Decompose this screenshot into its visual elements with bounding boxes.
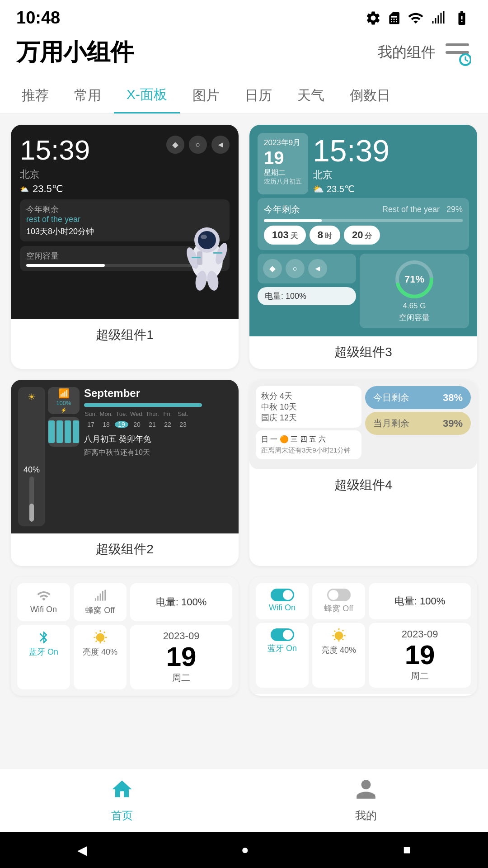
w3-batt-section: 电量: 100% (258, 287, 356, 305)
w3-counters: 103天 8时 20分 (264, 226, 463, 245)
w2-brightness-col: ☀ 40% (18, 387, 45, 526)
tab-recommend[interactable]: 推荐 (9, 78, 61, 113)
w5-cell-card: 蜂窝 Off (74, 583, 127, 621)
w6-cell-label: 蜂窝 Off (324, 603, 353, 614)
w2-left: ☀ 40% 📶 100% ⚡ (18, 387, 80, 526)
w2-preview: ☀ 40% 📶 100% ⚡ (11, 380, 239, 533)
w4-remain1: 秋分 4天 (261, 391, 356, 401)
w3-day: 19 (264, 148, 302, 168)
tab-weather[interactable]: 天气 (285, 78, 337, 113)
w1-weather-icon: ⛅ (20, 185, 29, 193)
w3-year: 2023年9月 (264, 137, 302, 148)
w6-cell-switch[interactable] (327, 589, 351, 601)
w2-label: 超级组件2 (11, 533, 239, 566)
w3-weather: ⛅ 23.5℃ (313, 184, 469, 194)
w2-h-wed: Wed. (130, 410, 144, 417)
battery-icon (452, 10, 472, 26)
w6-bt-switch[interactable] (271, 628, 294, 641)
w6-battery-card: 电量: 100% (369, 583, 471, 619)
w4-label: 超级组件4 (249, 469, 477, 502)
w5-bt-card: 蓝牙 On (17, 625, 70, 689)
w1-signal-icon: ◄ (211, 136, 230, 154)
w6-wifi-switch[interactable] (271, 589, 294, 601)
w3-remain-fill (264, 219, 322, 222)
w3-time-city: 15:39 北京 ⛅ 23.5℃ (313, 133, 469, 194)
w2-days-row: 17 18 19 20 21 22 23 (84, 421, 231, 428)
w1-progress-fill (26, 264, 105, 267)
w6-cell-knob (328, 590, 338, 600)
app-title: 万用小组件 (16, 37, 134, 68)
w1-temp: 23.5℃ (33, 183, 63, 195)
w3-storage-label: 空闲容量 (399, 312, 430, 323)
w5-preview: Wifi On 蜂窝 Off 电量: 100% 蓝牙 On (11, 577, 239, 696)
w4-month-pct: 39% (443, 418, 463, 429)
w6-bt-label: 蓝牙 On (267, 643, 297, 654)
home-button[interactable]: ● (241, 843, 249, 857)
w2-d-19: 19 (115, 421, 128, 428)
w6-preview: Wifi On 蜂窝 Off 电量: 100% (249, 577, 477, 694)
tab-common[interactable]: 常用 (61, 78, 114, 113)
w3-sig-icon: ◄ (308, 259, 327, 278)
nav-mine[interactable]: 我的 (354, 778, 378, 823)
w5-bt-icon (37, 630, 51, 645)
w3-wifi-icon: ○ (286, 259, 305, 278)
widget-card-5[interactable]: Wifi On 蜂窝 Off 电量: 100% 蓝牙 On (11, 577, 239, 696)
w2-right: September Sun. Mon. Tue. Wed. Thur. Fri.… (84, 387, 231, 526)
w3-label: 超级组件3 (249, 336, 477, 369)
nav-home[interactable]: 首页 (110, 778, 134, 823)
wifi-icon (407, 10, 425, 26)
w4-cal-header: 日 一 🟠 三 四 五 六 (261, 435, 356, 444)
w2-lunar: 八月初五 癸卯年兔 (84, 434, 231, 444)
w5-date-card: 2023-09 19 周二 (130, 625, 232, 689)
w2-d-20: 20 (130, 421, 144, 428)
w1-storage-label: 空闲容量 (26, 250, 59, 261)
w2-wifi-icon: 📶 (58, 388, 70, 399)
w6-cell-card: 蜂窝 Off (312, 583, 365, 619)
w3-storage-val: 4.65 G (403, 302, 426, 311)
content-area: ◆ ○ ◄ 15:39 北京 ⛅ 23.5℃ 今年剩余 rest of the … (0, 114, 488, 788)
w3-remain-bar (264, 219, 463, 222)
w2-bright-fill (29, 504, 34, 522)
tab-countdown[interactable]: 倒数日 (337, 78, 403, 113)
widget-card-6[interactable]: Wifi On 蜂窝 Off 电量: 100% (249, 577, 477, 696)
my-widgets-label[interactable]: 我的组件 (378, 42, 436, 62)
w5-date-num: 19 (136, 642, 227, 672)
widget-card-1[interactable]: ◆ ○ ◄ 15:39 北京 ⛅ 23.5℃ 今年剩余 rest of the … (11, 125, 239, 369)
status-icons (365, 10, 472, 26)
w4-month-label: 当月剩余 (373, 417, 409, 429)
recents-button[interactable]: ■ (403, 843, 411, 857)
w1-city: 北京 (20, 168, 230, 181)
w4-month-pill: 当月剩余 39% (365, 412, 471, 435)
w2-bright-bar (29, 476, 34, 522)
w3-left-bottom: ◆ ○ ◄ 电量: 100% (258, 254, 356, 328)
w2-toggle-row (48, 420, 79, 443)
tab-xpanel[interactable]: X-面板 (114, 77, 180, 113)
w6-wifi-knob (283, 590, 293, 600)
w3-lunar: 农历八月初五 (264, 178, 302, 186)
w3-hours-pill: 8时 (310, 226, 340, 245)
tab-photo[interactable]: 图片 (180, 78, 232, 113)
status-time: 10:48 (16, 8, 60, 28)
w2-wifi-btn[interactable]: 📶 100% ⚡ (48, 387, 80, 414)
w2-wifi-on-label: ⚡ (61, 407, 67, 413)
nav-mine-label: 我的 (355, 808, 377, 823)
w2-h-tue: Tue. (115, 410, 128, 417)
w5-date-year: 2023-09 (136, 630, 227, 642)
widget-card-4[interactable]: 秋分 4天 中秋 10天 国庆 12天 日 一 🟠 三 四 五 六 距离周末还有… (249, 380, 477, 566)
w4-remain3: 国庆 12天 (261, 412, 356, 423)
w5-cell-icon (93, 589, 108, 603)
widget-card-2[interactable]: ☀ 40% 📶 100% ⚡ (11, 380, 239, 566)
widget-grid: ◆ ○ ◄ 15:39 北京 ⛅ 23.5℃ 今年剩余 rest of the … (11, 125, 477, 566)
bottom-nav: 首页 我的 (0, 768, 488, 832)
w6-bright-icon (332, 628, 346, 643)
back-button[interactable]: ◀ (77, 843, 87, 858)
w1-label: 超级组件1 (11, 319, 239, 352)
w2-toggles-col: 📶 100% ⚡ (48, 387, 80, 526)
w2-countdown: 距离中秋节还有10天 (84, 448, 231, 458)
widget-card-3[interactable]: 2023年9月 19 星期二 农历八月初五 15:39 北京 ⛅ 23.5℃ (249, 125, 477, 369)
tab-calendar[interactable]: 日历 (232, 78, 285, 113)
nav-home-label: 首页 (111, 808, 133, 823)
w1-bluetooth-icon: ◆ (166, 136, 184, 154)
w2-d-22: 22 (161, 421, 174, 428)
history-button[interactable] (443, 38, 472, 67)
